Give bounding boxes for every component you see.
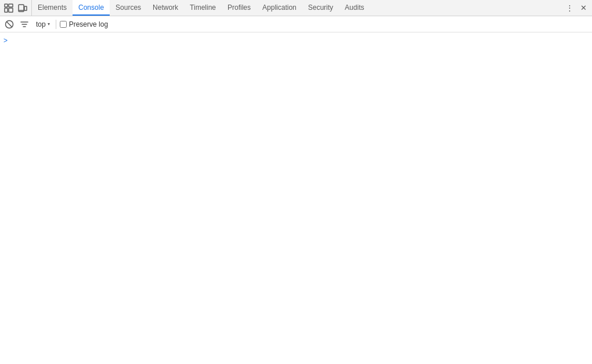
preserve-log-wrapper[interactable]: Preserve log (60, 20, 108, 28)
svg-rect-2 (9, 4, 13, 7)
tab-bar: Elements Console Sources Network Timelin… (0, 0, 592, 16)
console-toolbar: top ▾ Preserve log (0, 16, 592, 32)
tab-audits[interactable]: Audits (339, 0, 370, 16)
devtools-icon-group (0, 0, 32, 16)
tab-security[interactable]: Security (302, 0, 339, 16)
tab-profiles[interactable]: Profiles (222, 0, 257, 16)
console-prompt-row[interactable]: > (0, 35, 592, 46)
svg-line-8 (7, 21, 12, 27)
tab-bar-actions: ⋮ ✕ (561, 0, 592, 16)
tab-network[interactable]: Network (147, 0, 184, 16)
console-prompt-icon: > (3, 37, 8, 45)
svg-rect-0 (5, 4, 8, 7)
context-label: top (36, 20, 46, 28)
preserve-log-checkbox[interactable] (60, 21, 67, 28)
console-content: > (0, 32, 592, 364)
toolbar-separator (56, 20, 56, 29)
tab-elements[interactable]: Elements (32, 0, 73, 16)
context-selector[interactable]: top ▾ (34, 19, 52, 30)
tab-application[interactable]: Application (257, 0, 302, 16)
svg-rect-1 (5, 8, 8, 12)
filter-icon[interactable] (19, 19, 30, 30)
inspect-element-icon[interactable] (2, 2, 15, 14)
close-devtools-icon[interactable]: ✕ (577, 2, 590, 14)
tab-sources[interactable]: Sources (110, 0, 147, 16)
tab-console[interactable]: Console (73, 0, 110, 16)
more-tools-icon[interactable]: ⋮ (563, 2, 576, 14)
tabs-container: Elements Console Sources Network Timelin… (32, 0, 561, 16)
preserve-log-label: Preserve log (69, 20, 108, 28)
tab-timeline[interactable]: Timeline (184, 0, 222, 16)
context-chevron-icon: ▾ (48, 21, 50, 27)
clear-console-icon[interactable] (3, 19, 15, 30)
svg-rect-3 (9, 8, 13, 12)
device-toggle-icon[interactable] (16, 2, 29, 14)
svg-rect-5 (24, 6, 27, 10)
